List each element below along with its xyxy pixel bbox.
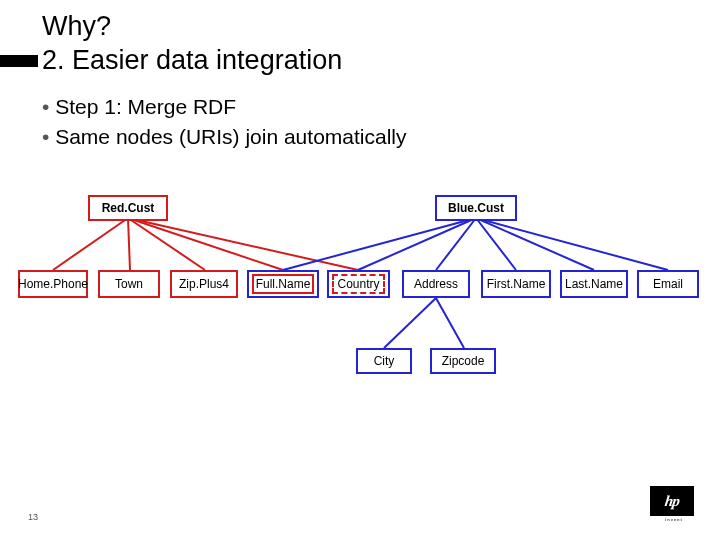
node-address: Address (402, 270, 470, 298)
svg-line-12 (436, 298, 464, 348)
slide-title: Why? 2. Easier data integration (42, 10, 342, 78)
bullet-2: Same nodes (URIs) join automatically (42, 122, 407, 152)
node-fullname: Full.Name (252, 274, 314, 294)
svg-line-6 (358, 218, 476, 270)
svg-line-2 (128, 218, 205, 270)
bullet-1: Step 1: Merge RDF (42, 92, 407, 122)
node-blue-cust: Blue.Cust (435, 195, 517, 221)
hp-logo: hp invent (650, 486, 698, 526)
svg-line-10 (476, 218, 668, 270)
logo-tagline: invent (650, 517, 698, 522)
accent-bar (0, 55, 38, 67)
title-line-1: Why? (42, 11, 111, 41)
title-line-2: 2. Easier data integration (42, 45, 342, 75)
svg-line-8 (476, 218, 516, 270)
node-lastname: Last.Name (560, 270, 628, 298)
node-city: City (356, 348, 412, 374)
svg-line-1 (128, 218, 130, 270)
node-red-cust: Red.Cust (88, 195, 168, 221)
node-fullname-outer: Full.Name (247, 270, 319, 298)
svg-line-11 (384, 298, 436, 348)
node-firstname: First.Name (481, 270, 551, 298)
svg-line-9 (476, 218, 594, 270)
node-homephone: Home.Phone (18, 270, 88, 298)
svg-line-7 (436, 218, 476, 270)
node-zipplus4: Zip.Plus4 (170, 270, 238, 298)
bullet-list: Step 1: Merge RDF Same nodes (URIs) join… (42, 92, 407, 153)
node-country: Country (332, 274, 385, 294)
svg-line-3 (128, 218, 283, 270)
svg-line-4 (128, 218, 358, 270)
logo-text: hp (664, 493, 680, 510)
svg-line-0 (53, 218, 128, 270)
svg-line-5 (283, 218, 476, 270)
node-zipcode: Zipcode (430, 348, 496, 374)
node-email: Email (637, 270, 699, 298)
node-town: Town (98, 270, 160, 298)
page-number: 13 (28, 512, 38, 522)
node-country-outer: Country (327, 270, 390, 298)
